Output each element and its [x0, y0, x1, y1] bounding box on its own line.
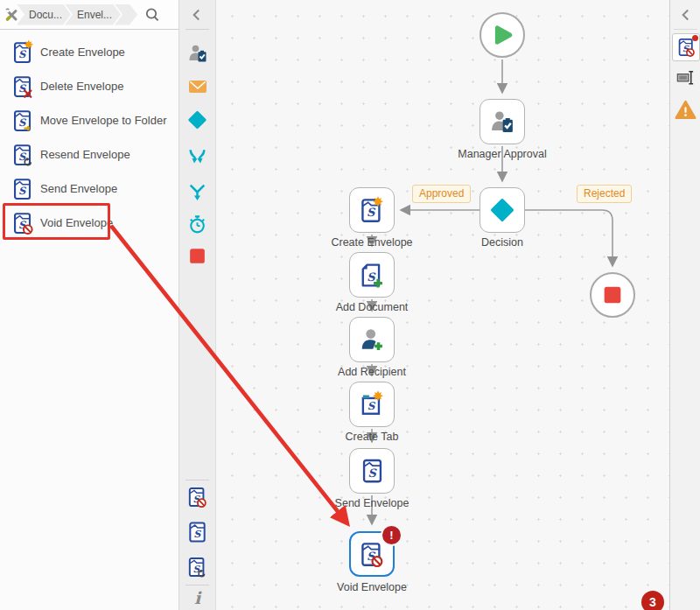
recent-void-envelope-button[interactable] — [186, 486, 208, 508]
create-tab-icon — [360, 391, 384, 418]
envelope-send-icon — [12, 177, 34, 201]
action-label: Resend Envelope — [40, 148, 130, 161]
node-void-envelope[interactable]: ! — [349, 531, 395, 577]
send-envelope-icon — [360, 458, 384, 484]
node-add-document[interactable] — [349, 252, 395, 298]
node-label-decision: Decision — [441, 236, 564, 249]
divider — [186, 585, 209, 585]
toolbox-timer-button[interactable] — [186, 214, 208, 235]
merge-icon — [186, 181, 208, 203]
toolbox-end-button[interactable] — [186, 245, 208, 267]
divider — [186, 480, 209, 480]
search-button[interactable] — [144, 7, 160, 23]
notification-dot — [692, 35, 698, 41]
breadcrumb-crumbs: Docu... Envel... — [23, 4, 137, 25]
action-label: Create Envelope — [40, 46, 125, 59]
envelope-create-icon — [12, 40, 34, 65]
chevron-left-icon — [677, 6, 695, 24]
mail-icon — [187, 76, 208, 97]
toolbox-split-button[interactable] — [186, 146, 208, 168]
envelope-move-icon — [12, 109, 34, 133]
node-create-envelope[interactable] — [349, 187, 395, 233]
node-label-void-envelope: Void Envelope — [311, 581, 433, 593]
action-item-void-envelope[interactable]: Void Envelope — [0, 206, 178, 240]
node-add-recipient[interactable] — [349, 317, 395, 362]
action-label: Void Envelope — [40, 216, 113, 229]
wrench-screwdriver-icon — [4, 7, 19, 23]
toolbox-mail-button[interactable] — [186, 75, 208, 97]
divider — [186, 29, 209, 30]
decision-icon — [488, 196, 516, 224]
end-icon — [186, 245, 208, 267]
void-envelope-icon — [187, 486, 207, 508]
node-label-create-envelope: Create Envelope — [311, 236, 433, 249]
toolbox-strip: i — [179, 0, 216, 610]
info-button[interactable]: i — [179, 588, 215, 607]
breadcrumb-item-documents[interactable]: Docu... — [17, 4, 71, 25]
user-task-icon — [489, 109, 515, 135]
rename-icon — [676, 67, 696, 88]
action-label: Move Envelope to Folder — [40, 114, 167, 127]
workflow-canvas[interactable]: Manager Approval Decision Approved Rejec… — [216, 0, 669, 610]
actions-panel: Docu... Envel... Create Envelope Delete … — [0, 0, 179, 610]
breadcrumb: Docu... Envel... — [0, 0, 178, 30]
action-item-resend-envelope[interactable]: Resend Envelope — [0, 137, 178, 172]
divider — [674, 29, 697, 30]
node-decision[interactable] — [480, 187, 525, 233]
collapse-left-panel-button[interactable] — [188, 6, 206, 27]
void-envelope-icon — [360, 541, 384, 568]
decision-icon — [186, 109, 208, 131]
error-badge: ! — [381, 524, 402, 546]
node-start[interactable] — [480, 12, 525, 58]
envelope-delete-icon — [12, 74, 34, 99]
split-icon — [186, 146, 208, 168]
node-create-tab[interactable] — [349, 382, 395, 427]
toolbox-user-task-button[interactable] — [186, 42, 208, 64]
action-list: Create Envelope Delete Envelope Move Env… — [0, 35, 178, 240]
user-task-icon — [187, 43, 208, 64]
node-send-envelope[interactable] — [349, 448, 395, 494]
action-label: Delete Envelope — [40, 80, 123, 93]
warning-icon — [675, 99, 696, 121]
notification-badge[interactable]: 3 — [641, 591, 664, 610]
recent-send-envelope-button[interactable] — [186, 521, 208, 543]
add-recipient-icon — [359, 326, 385, 353]
action-item-delete-envelope[interactable]: Delete Envelope — [0, 69, 178, 103]
envelope-create-icon — [360, 197, 384, 224]
resend-envelope-icon — [187, 556, 207, 578]
collapse-right-panel-button[interactable] — [677, 6, 695, 27]
chevron-left-icon — [188, 6, 206, 24]
add-document-icon — [360, 262, 384, 289]
rail-void-envelope-selected[interactable] — [672, 33, 700, 61]
node-label-add-document: Add Document — [311, 301, 433, 313]
action-item-send-envelope[interactable]: Send Envelope — [0, 172, 178, 206]
edge-label-approved: Approved — [412, 185, 471, 203]
rail-warning-button[interactable] — [675, 99, 696, 121]
node-label-manager-approval: Manager Approval — [441, 148, 564, 160]
action-item-move-envelope-to-folder[interactable]: Move Envelope to Folder — [0, 103, 178, 137]
envelope-void-icon — [12, 211, 34, 235]
timer-icon — [186, 214, 208, 235]
action-label: Send Envelope — [40, 182, 117, 195]
edge-label-rejected: Rejected — [577, 185, 632, 203]
action-item-create-envelope[interactable]: Create Envelope — [0, 35, 178, 69]
toolbox-merge-button[interactable] — [186, 181, 208, 203]
node-manager-approval[interactable] — [480, 99, 525, 144]
breadcrumb-item-envelopes[interactable]: Envel... — [65, 4, 121, 25]
search-icon — [144, 7, 160, 23]
send-envelope-icon — [187, 521, 207, 543]
envelope-resend-icon — [12, 143, 34, 167]
end-stop-icon — [600, 283, 625, 307]
toolbox-decision-button[interactable] — [186, 109, 208, 130]
node-label-create-tab: Create Tab — [311, 431, 433, 443]
recent-resend-envelope-button[interactable] — [186, 556, 208, 578]
node-label-send-envelope: Send Envelope — [311, 497, 433, 509]
node-label-add-recipient: Add Recipient — [311, 366, 433, 378]
start-play-icon — [489, 22, 515, 48]
rail-rename-button[interactable] — [675, 67, 696, 88]
right-rail — [669, 0, 700, 610]
node-end[interactable] — [590, 272, 635, 318]
